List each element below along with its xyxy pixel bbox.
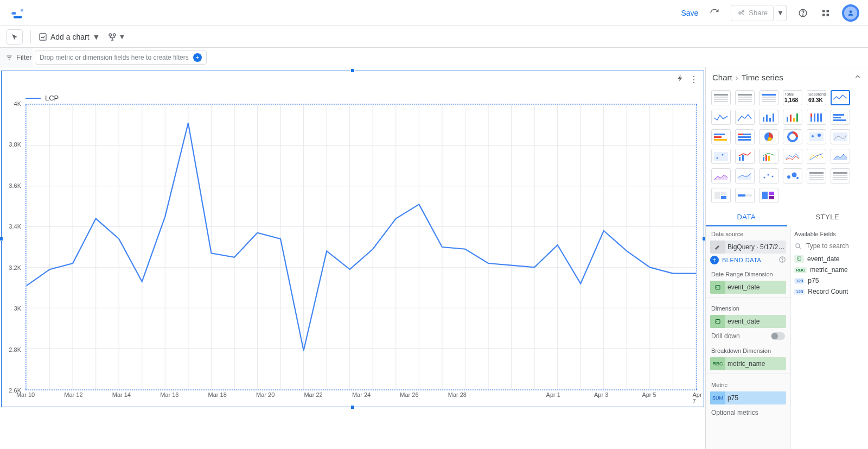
share-caret[interactable]: ▼ (775, 5, 787, 21)
filter-dropzone[interactable]: Drop metric or dimension fields here to … (35, 50, 207, 65)
svg-rect-69 (762, 101, 776, 102)
chart-type-thumb[interactable] (711, 149, 731, 164)
select-tool[interactable] (7, 29, 23, 45)
field-search[interactable] (794, 241, 865, 254)
chart-type-thumb[interactable] (735, 168, 755, 184)
editor-toolbar: Add a chart ▼ ▼ (0, 26, 868, 48)
chart-type-thumb[interactable] (735, 110, 755, 125)
svg-rect-126 (762, 192, 768, 199)
chart-type-thumb[interactable] (831, 129, 850, 144)
svg-rect-132 (717, 287, 718, 288)
chart-selection-frame[interactable]: ⋮ LCP 4K3.8K3.6K3.4K3.2K3K2.8K2.6K Mar 1… (1, 71, 704, 407)
available-field[interactable]: 123p75 (794, 275, 865, 286)
chart-type-thumb[interactable]: Total1,168 (783, 90, 802, 105)
chart-type-thumb[interactable]: Sessions69.3K (807, 90, 826, 105)
svg-rect-84 (833, 117, 841, 118)
chart-type-thumb[interactable] (807, 149, 826, 164)
chart-type-thumb[interactable] (759, 149, 778, 164)
svg-rect-60 (714, 99, 728, 100)
available-fields-panel: Available Fields event_dateRBCmetric_nam… (791, 226, 868, 449)
svg-rect-59 (714, 97, 728, 98)
save-button[interactable]: Save (681, 9, 698, 17)
svg-rect-76 (793, 118, 795, 122)
y-axis-ticks: 4K3.8K3.6K3.4K3.2K3K2.8K2.6K (2, 104, 25, 390)
chart-type-thumb[interactable] (783, 129, 802, 144)
svg-rect-82 (820, 113, 822, 122)
dimension-chip[interactable]: event_date (710, 315, 786, 328)
share-button[interactable]: Share (731, 5, 774, 21)
chart-type-thumb[interactable] (711, 90, 731, 105)
svg-point-11 (850, 10, 852, 13)
chart-type-thumb[interactable] (807, 129, 826, 144)
svg-rect-128 (769, 196, 774, 199)
tab-style[interactable]: STYLE (787, 208, 869, 226)
account-avatar[interactable] (842, 4, 859, 22)
svg-point-112 (796, 177, 799, 179)
chart-type-thumb[interactable] (783, 149, 802, 164)
svg-rect-117 (833, 172, 847, 174)
add-chart-button[interactable]: Add a chart ▼ (39, 29, 100, 45)
help-icon[interactable] (778, 256, 786, 264)
bolt-icon[interactable] (676, 74, 684, 85)
collapse-icon[interactable] (854, 73, 861, 82)
sidebar-tabs: DATA STYLE (706, 208, 868, 226)
resize-handle-right[interactable] (702, 237, 705, 241)
canvas[interactable]: ⋮ LCP 4K3.8K3.6K3.4K3.2K3K2.8K2.6K Mar 1… (0, 67, 705, 449)
svg-point-101 (722, 154, 724, 156)
chart-type-thumb[interactable] (759, 90, 778, 105)
sidebar-header: Chart › Time series (706, 67, 868, 87)
optional-metrics-label: Optional metrics (711, 409, 758, 416)
resize-handle-top[interactable] (350, 68, 355, 73)
chart-type-thumb[interactable] (711, 168, 731, 184)
data-source-chip[interactable]: BigQuery · 5/17/2… (710, 241, 786, 254)
chart-type-thumb[interactable] (759, 168, 778, 184)
refresh-icon[interactable] (708, 7, 721, 20)
chart-type-thumb[interactable] (807, 168, 826, 184)
svg-rect-104 (763, 157, 764, 161)
chart-type-thumb[interactable] (735, 129, 755, 144)
chart-type-thumb[interactable] (711, 110, 731, 125)
chart-type-thumb[interactable] (807, 110, 826, 125)
chart-type-thumb[interactable] (711, 129, 731, 144)
share-label: Share (749, 9, 768, 17)
tab-data[interactable]: DATA (706, 208, 787, 226)
svg-rect-87 (714, 136, 722, 138)
more-icon[interactable]: ⋮ (690, 74, 698, 85)
drilldown-toggle[interactable] (771, 332, 785, 340)
available-field[interactable]: RBCmetric_name (794, 264, 865, 275)
chart-type-thumb[interactable] (711, 188, 731, 203)
chart-type-thumb[interactable] (735, 90, 755, 105)
resize-handle-bottom[interactable] (350, 405, 355, 409)
chart-type-thumb[interactable] (759, 110, 778, 125)
date-range-chip[interactable]: event_date (710, 281, 786, 294)
field-search-input[interactable] (805, 242, 865, 250)
chart-type-thumb[interactable] (735, 149, 755, 164)
calendar-icon (710, 315, 725, 328)
breakdown-chip[interactable]: RBC metric_name (710, 357, 786, 370)
chart-type-thumb[interactable] (831, 110, 850, 125)
chart-type-thumb[interactable] (783, 168, 802, 184)
properties-sidebar: Chart › Time series Total1,168Sessions69… (705, 67, 868, 449)
add-filter-icon[interactable]: + (193, 53, 202, 62)
chart-type-thumb[interactable] (783, 110, 802, 125)
help-icon[interactable] (796, 7, 809, 20)
svg-rect-121 (714, 192, 720, 199)
apps-grid-icon[interactable] (819, 7, 832, 20)
svg-point-6 (802, 15, 803, 15)
chart-type-thumb[interactable] (831, 149, 850, 164)
chart-type-thumb[interactable] (831, 90, 850, 105)
community-viz-button[interactable]: ▼ (107, 29, 125, 45)
chart-type-thumb[interactable] (735, 188, 755, 203)
available-field[interactable]: 123Record Count (794, 286, 865, 297)
crumb-root: Chart (712, 73, 732, 82)
chart-type-thumb[interactable] (759, 129, 778, 144)
metric-chip[interactable]: SUM p75 (710, 391, 786, 404)
chart-type-thumb[interactable] (831, 168, 850, 184)
available-field[interactable]: event_date (794, 254, 865, 264)
svg-rect-7 (822, 10, 825, 12)
chart-type-thumb[interactable] (759, 188, 778, 203)
blend-data-button[interactable]: + BLEND DATA (710, 256, 786, 264)
date-range-title: Date Range Dimension (706, 267, 790, 280)
svg-rect-70 (763, 117, 764, 122)
svg-rect-12 (40, 34, 46, 40)
